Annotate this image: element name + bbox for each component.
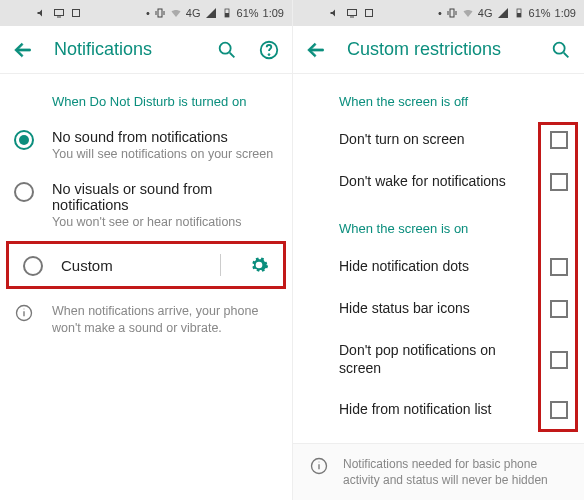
svg-rect-3 <box>158 9 162 17</box>
info-icon <box>14 303 34 323</box>
wifi-icon <box>462 7 474 19</box>
radio-selected-icon <box>14 130 34 150</box>
checkbox-label: Hide notification dots <box>339 258 540 276</box>
footer-info: Notifications needed for basic phone act… <box>293 443 584 500</box>
back-icon[interactable] <box>12 39 34 61</box>
footer-text: Notifications needed for basic phone act… <box>343 456 568 488</box>
battery-icon <box>513 7 525 19</box>
signal-icon <box>205 7 217 19</box>
svg-rect-12 <box>366 10 373 17</box>
option-subtitle: You will see notifications on your scree… <box>52 147 273 161</box>
svg-rect-2 <box>73 10 80 17</box>
checkbox-icon[interactable] <box>550 131 568 149</box>
checkbox-icon[interactable] <box>550 351 568 369</box>
section-label-screen-on: When the screen is on <box>293 211 584 246</box>
info-text: When notifications arrive, your phone wo… <box>52 303 278 337</box>
svg-rect-10 <box>348 10 357 16</box>
option-no-sound[interactable]: No sound from notifications You will see… <box>0 119 292 171</box>
battery-pct: 61% <box>529 7 551 19</box>
option-subtitle: You won't see or hear notifications <box>52 215 278 229</box>
option-title: No visuals or sound from notifications <box>52 181 278 213</box>
checkbox-icon[interactable] <box>550 300 568 318</box>
info-icon <box>309 456 329 476</box>
page-title: Notifications <box>54 39 196 60</box>
option-dont-wake[interactable]: Don't wake for notifications <box>293 161 584 203</box>
mute-icon <box>329 7 341 19</box>
checkbox-icon[interactable] <box>550 258 568 276</box>
option-dont-pop[interactable]: Don't pop notifications on screen <box>293 330 584 389</box>
wifi-icon <box>170 7 182 19</box>
svg-rect-11 <box>350 17 354 18</box>
gear-icon[interactable] <box>249 255 269 275</box>
network-label: 4G <box>478 7 493 19</box>
status-bar: • 4G 61% 1:09 <box>293 0 584 26</box>
help-icon[interactable] <box>258 39 280 61</box>
radio-icon <box>14 182 34 202</box>
checkbox-label: Don't wake for notifications <box>339 173 540 191</box>
back-icon[interactable] <box>305 39 327 61</box>
vibrate-icon <box>154 7 166 19</box>
svg-rect-1 <box>57 17 61 18</box>
search-icon[interactable] <box>216 39 238 61</box>
mute-icon <box>36 7 48 19</box>
info-row: When notifications arrive, your phone wo… <box>0 291 292 349</box>
checkbox-icon[interactable] <box>550 173 568 191</box>
battery-icon <box>221 7 233 19</box>
network-label: 4G <box>186 7 201 19</box>
option-title: Custom <box>61 257 202 274</box>
svg-point-8 <box>268 53 270 55</box>
checkbox-label: Hide status bar icons <box>339 300 540 318</box>
clock: 1:09 <box>555 7 576 19</box>
status-dot: • <box>146 7 150 19</box>
option-no-visual-sound[interactable]: No visuals or sound from notifications Y… <box>0 171 292 239</box>
option-hide-from-list[interactable]: Hide from notification list <box>293 389 584 431</box>
divider <box>220 254 221 276</box>
checkbox-label: Don't pop notifications on screen <box>339 342 540 377</box>
status-bar: • 4G 61% 1:09 <box>0 0 292 26</box>
svg-rect-15 <box>517 13 521 17</box>
app-bar: Custom restrictions <box>293 26 584 74</box>
page-title: Custom restrictions <box>347 39 530 60</box>
checkbox-label: Hide from notification list <box>339 401 540 419</box>
svg-point-6 <box>220 42 231 53</box>
screen-custom-restrictions: • 4G 61% 1:09 Custom restrictions When t… <box>292 0 584 500</box>
battery-pct: 61% <box>237 7 259 19</box>
option-title: No sound from notifications <box>52 129 273 145</box>
checkbox-label: Don't turn on screen <box>339 131 540 149</box>
option-hide-statusbar-icons[interactable]: Hide status bar icons <box>293 288 584 330</box>
section-label-dnd: When Do Not Disturb is turned on <box>0 84 292 119</box>
cast-icon <box>53 7 65 19</box>
radio-icon <box>23 256 43 276</box>
cast-icon <box>346 7 358 19</box>
option-custom[interactable]: Custom <box>6 241 286 289</box>
section-label-screen-off: When the screen is off <box>293 84 584 119</box>
search-icon[interactable] <box>550 39 572 61</box>
app-icon <box>363 7 375 19</box>
option-hide-dots[interactable]: Hide notification dots <box>293 246 584 288</box>
app-bar: Notifications <box>0 26 292 74</box>
svg-rect-0 <box>55 10 64 16</box>
checkbox-icon[interactable] <box>550 401 568 419</box>
svg-point-16 <box>554 42 565 53</box>
vibrate-icon <box>446 7 458 19</box>
svg-rect-13 <box>450 9 454 17</box>
svg-rect-5 <box>225 13 229 17</box>
clock: 1:09 <box>263 7 284 19</box>
option-dont-turn-on-screen[interactable]: Don't turn on screen <box>293 119 584 161</box>
app-icon <box>70 7 82 19</box>
status-dot: • <box>438 7 442 19</box>
signal-icon <box>497 7 509 19</box>
screen-notifications: • 4G 61% 1:09 Notifications When Do Not … <box>0 0 292 500</box>
